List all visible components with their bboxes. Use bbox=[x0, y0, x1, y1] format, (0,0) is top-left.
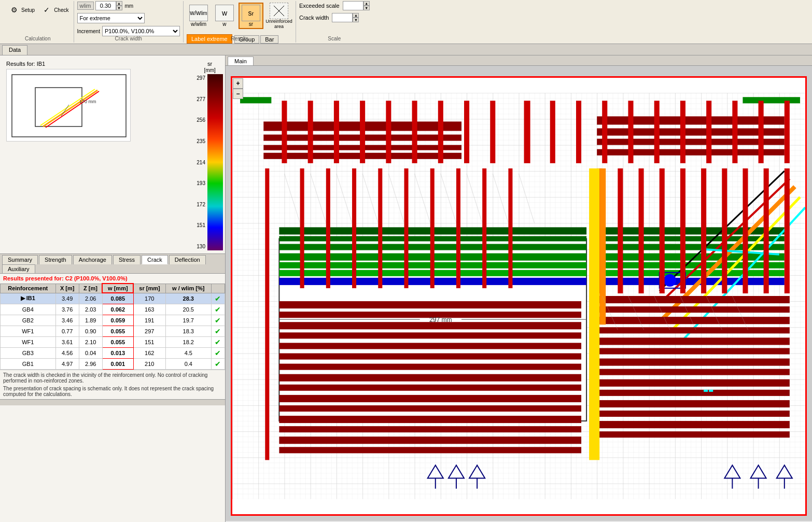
col-header-x[interactable]: X [m] bbox=[55, 284, 79, 293]
for-extreme-select[interactable]: For extreme bbox=[77, 13, 145, 23]
label-extreme-button[interactable]: Label extreme bbox=[187, 34, 232, 44]
tab-stress[interactable]: Stress bbox=[113, 255, 141, 264]
scrollbar[interactable] bbox=[0, 399, 225, 405]
svg-rect-31 bbox=[759, 101, 764, 163]
row-arrow-cell: WF1 bbox=[1, 336, 56, 347]
toolbar: ⚙ Setup ✓ Check Calculation wlim 0.30 ▲ … bbox=[0, 0, 812, 44]
table-row[interactable]: WF10.770.900.05529718.3✔ bbox=[1, 326, 225, 336]
exceeded-scale-input[interactable]: 1.00 bbox=[343, 1, 363, 10]
svg-rect-88 bbox=[279, 436, 581, 444]
row-x: 3.49 bbox=[55, 293, 79, 304]
canvas-area[interactable]: + − bbox=[226, 66, 812, 521]
col-header-z[interactable]: Z [m] bbox=[79, 284, 102, 293]
wlim-up[interactable]: ▲ bbox=[116, 1, 122, 6]
row-ok: ✔ bbox=[211, 293, 225, 304]
wlim-spinbox[interactable]: 0.30 ▲ ▼ bbox=[95, 1, 122, 10]
check-button[interactable]: ✓ Check bbox=[38, 1, 70, 19]
wlim-down[interactable]: ▼ bbox=[116, 6, 122, 10]
sr-button[interactable]: sr sr bbox=[239, 3, 263, 29]
table-row[interactable]: GB34.560.040.0131624.5✔ bbox=[1, 347, 225, 358]
crack-width-input[interactable]: 1.00 bbox=[332, 13, 353, 22]
row-x: 4.97 bbox=[55, 358, 79, 369]
row-ok: ✔ bbox=[211, 358, 225, 369]
col-header-sr[interactable]: sr [mm] bbox=[133, 284, 165, 293]
row-arrow-cell: GB1 bbox=[1, 358, 56, 369]
row-w: 0.062 bbox=[102, 304, 133, 315]
tab-auxiliary[interactable]: Auxiliary bbox=[2, 264, 35, 273]
svg-rect-27 bbox=[654, 101, 660, 163]
wlim-input[interactable]: 0.30 bbox=[95, 1, 116, 10]
table-row[interactable]: ▶ IB13.492.060.08517028.3✔ bbox=[1, 293, 225, 304]
table-row[interactable]: WF13.612.100.05515118.2✔ bbox=[1, 336, 225, 347]
cross-section-svg: 170 mm bbox=[7, 69, 131, 142]
row-z: 2.96 bbox=[79, 358, 102, 369]
zoom-controls: + − bbox=[233, 78, 243, 99]
svg-rect-40 bbox=[464, 101, 469, 163]
setup-button[interactable]: ⚙ Setup bbox=[5, 1, 36, 19]
table-row[interactable]: GB23.461.890.05919119.7✔ bbox=[1, 315, 225, 326]
row-w: 0.055 bbox=[102, 326, 133, 336]
exceeded-scale-up[interactable]: ▲ bbox=[363, 1, 370, 6]
tab-crack[interactable]: Crack bbox=[142, 255, 168, 264]
col-header-w[interactable]: w [mm] bbox=[102, 284, 133, 293]
table-container[interactable]: Reinforcement X [m] Z [m] w [mm] sr [mm]… bbox=[0, 283, 225, 370]
svg-rect-20 bbox=[597, 139, 785, 145]
svg-rect-99 bbox=[597, 390, 790, 396]
svg-rect-50 bbox=[597, 236, 785, 241]
svg-rect-100 bbox=[597, 400, 790, 407]
svg-rect-32 bbox=[785, 101, 790, 163]
row-z: 1.89 bbox=[79, 315, 102, 326]
svg-rect-90 bbox=[597, 296, 790, 303]
row-w: 0.001 bbox=[102, 358, 133, 369]
svg-point-63 bbox=[664, 274, 676, 287]
svg-rect-98 bbox=[597, 379, 790, 387]
tab-anchorage[interactable]: Anchorage bbox=[73, 255, 112, 264]
crack-width-down[interactable]: ▼ bbox=[353, 18, 359, 22]
row-ratio: 19.7 bbox=[165, 315, 211, 326]
table-row[interactable]: GB14.972.960.0012100.4✔ bbox=[1, 358, 225, 369]
svg-rect-93 bbox=[597, 327, 790, 333]
wwlim-button[interactable]: w/wlim w/wlim bbox=[187, 3, 211, 29]
svg-rect-21 bbox=[597, 149, 785, 156]
row-arrow-cell: GB3 bbox=[1, 347, 56, 358]
zoom-out-button[interactable]: − bbox=[233, 89, 243, 99]
svg-rect-56 bbox=[597, 278, 785, 285]
svg-rect-49 bbox=[597, 227, 785, 234]
col-header-reinforcement[interactable]: Reinforcement bbox=[1, 284, 56, 293]
svg-rect-85 bbox=[279, 405, 581, 412]
calculation-group-label: Calculation bbox=[25, 36, 50, 41]
tab-summary[interactable]: Summary bbox=[2, 255, 38, 264]
row-ok: ✔ bbox=[211, 347, 225, 358]
row-arrow-cell: GB2 bbox=[1, 315, 56, 326]
svg-rect-97 bbox=[597, 369, 790, 375]
tab-deflection[interactable]: Deflection bbox=[169, 255, 206, 264]
bar-button[interactable]: Bar bbox=[260, 35, 278, 44]
svg-rect-66 bbox=[618, 168, 623, 293]
w-button[interactable]: w w bbox=[213, 3, 236, 29]
data-table: Reinforcement X [m] Z [m] w [mm] sr [mm]… bbox=[0, 283, 225, 370]
exceeded-scale-spinbox[interactable]: 1.00 ▲ ▼ bbox=[343, 1, 370, 10]
table-row[interactable]: GB43.762.030.06216320.5✔ bbox=[1, 304, 225, 315]
exceeded-scale-down[interactable]: ▼ bbox=[363, 6, 370, 10]
row-sr: 170 bbox=[133, 293, 165, 304]
tab-strength[interactable]: Strength bbox=[39, 255, 72, 264]
wlim-unit: mm bbox=[125, 3, 134, 9]
tab-data[interactable]: Data bbox=[2, 45, 27, 55]
svg-rect-22 bbox=[524, 101, 530, 163]
exceeded-scale-label: Exceeded scale bbox=[299, 3, 340, 9]
increment-select[interactable]: P100.0%, V100.0% bbox=[102, 26, 180, 36]
svg-rect-86 bbox=[279, 416, 581, 423]
col-header-ratio[interactable]: w / wlim [%] bbox=[165, 284, 211, 293]
crack-width-spinbox[interactable]: 1.00 ▲ ▼ bbox=[332, 13, 359, 22]
zoom-in-button[interactable]: + bbox=[233, 78, 243, 89]
svg-rect-108 bbox=[265, 168, 269, 460]
svg-rect-112 bbox=[378, 168, 382, 288]
crack-width-up[interactable]: ▲ bbox=[353, 13, 359, 18]
tab-main[interactable]: Main bbox=[228, 57, 254, 65]
row-sr: 163 bbox=[133, 304, 165, 315]
svg-rect-95 bbox=[597, 348, 790, 354]
sub-tab-bar: Summary Strength Anchorage Stress Crack … bbox=[0, 253, 225, 274]
row-ratio: 28.3 bbox=[165, 293, 211, 304]
unreinforced-button[interactable]: Unreinforced area bbox=[265, 1, 292, 31]
unreinforced-icon bbox=[270, 3, 288, 19]
